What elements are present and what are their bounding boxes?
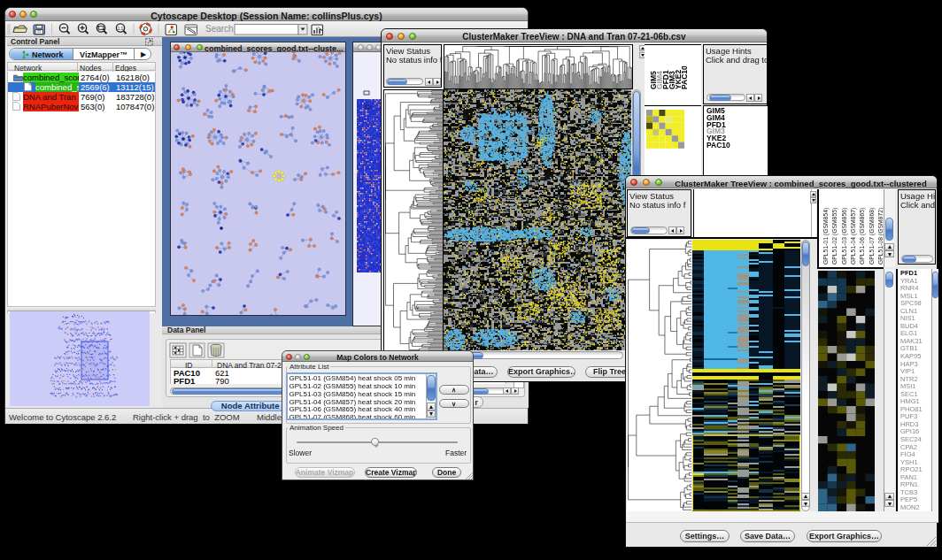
svg-text:1:1: 1:1 — [118, 27, 124, 31]
svg-text:Search:: Search: — [205, 24, 236, 34]
